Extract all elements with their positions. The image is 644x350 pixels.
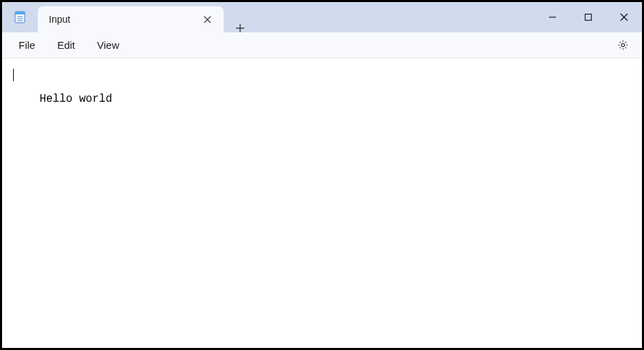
new-tab-button[interactable] (226, 24, 254, 32)
svg-rect-10 (586, 14, 592, 21)
tabs-container: Input (38, 2, 254, 32)
maximize-button[interactable] (570, 2, 606, 32)
maximize-icon (584, 13, 592, 21)
tab-input[interactable]: Input (38, 6, 224, 32)
svg-point-13 (621, 43, 625, 47)
menubar: File Edit View (2, 32, 642, 58)
plus-icon (236, 24, 244, 32)
close-icon (620, 13, 628, 21)
text-editor[interactable]: Hello world (2, 58, 642, 348)
tab-title: Input (49, 14, 197, 25)
minimize-button[interactable] (535, 2, 570, 32)
notepad-window: Input (2, 2, 642, 348)
window-controls (535, 2, 642, 32)
menu-edit[interactable]: Edit (49, 35, 83, 55)
settings-button[interactable] (612, 34, 634, 56)
menu-file[interactable]: File (10, 35, 43, 55)
notepad-icon (14, 11, 26, 23)
tab-close-button[interactable] (197, 10, 217, 29)
svg-rect-1 (15, 12, 25, 14)
close-window-button[interactable] (606, 2, 642, 32)
gear-icon (617, 39, 629, 51)
close-icon (204, 16, 211, 23)
text-cursor (13, 69, 14, 81)
minimize-icon (548, 13, 557, 21)
editor-content: Hello world (39, 93, 112, 105)
menu-view[interactable]: View (89, 35, 127, 55)
titlebar: Input (2, 2, 642, 32)
app-icon-wrap (2, 2, 38, 32)
